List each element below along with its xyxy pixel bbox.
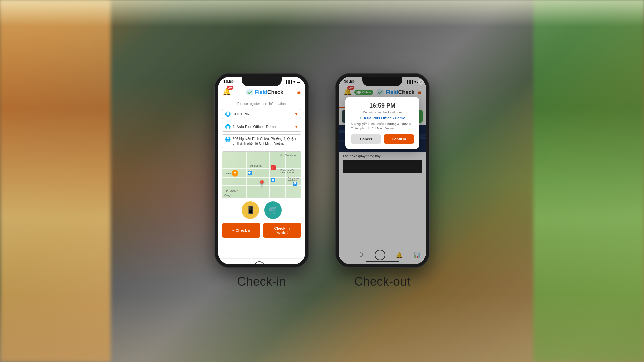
wifi-icon-checkin: ▾: [293, 80, 295, 84]
checkin-buttons-row: → Check-in Check-in(No visit): [222, 223, 301, 238]
checkin-screen-content: Please register store information 🌐 SHOP…: [218, 99, 305, 264]
address-box: 🌐 506 Nguyễn Đình Chiểu, Phường 4, Quận …: [222, 134, 301, 148]
checkout-label: Check-out: [354, 275, 411, 289]
map-marker-b2: 🅑: [271, 178, 275, 182]
checkin-label: Check-in: [237, 275, 286, 289]
globe-icon-1: 🌐: [225, 111, 231, 117]
map-question-marker: ?: [232, 170, 238, 177]
globe-icon-2: 🌐: [225, 124, 231, 129]
road-h1: [222, 168, 301, 169]
checkout-modal: ✕ 16:59 PM Confirm store check-out from …: [345, 97, 419, 149]
google-label: Google: [224, 194, 232, 196]
dropdown-store-text: 1. Asia Plus Office - Demo: [233, 125, 292, 129]
selfie-icons-row: 📱 🛒: [222, 201, 301, 219]
badge-count-checkin: 99+: [227, 86, 233, 90]
checkin-screen: 16:59 ▐▐▐ ▾ ▬ 🔔 99+: [218, 77, 305, 264]
modal-address: 506 Nguyễn Đình Chiểu, Phường 4, Quận 3,…: [351, 122, 414, 130]
road-v1: [246, 152, 247, 198]
nav-bell-checkin[interactable]: 🔔: [275, 264, 282, 265]
map-label-hosp: Benh vien DaLieu TP.HCM: [280, 169, 294, 174]
checkout-iphone: 16:59 ▐▐▐ ▾ ▬ 🔔 99+: [335, 73, 429, 268]
dropdown-arrow-2: ▼: [294, 124, 298, 129]
road-v2: [269, 152, 270, 198]
checkout-screen: 16:59 ▐▐▐ ▾ ▬ 🔔 99+: [339, 77, 426, 264]
nav-list-checkin[interactable]: ≡: [223, 264, 226, 264]
map-label-2: Dinh Doc L: [250, 165, 262, 167]
checkout-modal-overlay: ✕ 16:59 PM Confirm store check-out from …: [339, 77, 426, 264]
nav-clock-checkin[interactable]: ⏱: [237, 264, 243, 264]
modal-subtitle: Confirm store check-out from: [351, 111, 414, 114]
battery-icon-checkin: ▬: [297, 80, 300, 84]
map-label-phuong: PHUONG 4: [226, 190, 239, 192]
checkin-no-visit-button[interactable]: Check-in(No visit): [263, 223, 301, 238]
nav-chart-checkin[interactable]: 📊: [293, 264, 300, 265]
checkin-nv-label: Check-in(No visit): [274, 226, 290, 234]
register-text: Please register store information: [222, 102, 301, 106]
map-pin: 📍: [258, 180, 266, 188]
notification-bell-checkin[interactable]: 🔔 99+: [223, 87, 232, 97]
checkin-main-content: Please register store information 🌐 SHOP…: [218, 99, 305, 258]
checkin-iphone: 16:59 ▐▐▐ ▾ ▬ 🔔 99+: [215, 73, 309, 268]
dropdown-store[interactable]: 🌐 1. Asia Plus Office - Demo ▼: [222, 122, 301, 132]
dropdown-arrow-1: ▼: [294, 112, 298, 116]
checkin-phone-wrapper: 16:59 ▐▐▐ ▾ ▬ 🔔 99+: [215, 73, 309, 289]
app-header-checkin: 🔔 99+ FieldCheck ≡: [218, 85, 305, 99]
app-logo-text-checkin: FieldCheck: [255, 89, 283, 95]
signal-icon-checkin: ▐▐▐: [285, 80, 292, 84]
map-bg: tich Chien tranh Dinh Doc L n Binh Dan B…: [222, 152, 301, 198]
fieldcheck-logo-icon-checkin: [246, 88, 253, 96]
bottom-nav-checkin: ≡ ⏱ + 🔔 📊: [218, 258, 305, 264]
selfie-camera-icon[interactable]: 📱: [241, 201, 259, 219]
status-icons-checkin: ▐▐▐ ▾ ▬: [285, 80, 300, 84]
modal-time: 16:59 PM: [351, 102, 414, 109]
app-logo-checkin: FieldCheck: [246, 88, 283, 96]
address-text: 506 Nguyễn Đình Chiểu, Phường 4, Quận 3,…: [233, 137, 298, 146]
modal-confirm-button[interactable]: Confirm: [384, 134, 414, 144]
dropdown-category-text: SHOPPING: [233, 112, 292, 116]
map-container-checkin: tich Chien tranh Dinh Doc L n Binh Dan B…: [222, 151, 301, 198]
map-marker-b3: 🅑: [293, 182, 297, 186]
modal-store-name: 1. Asia Plus Office - Demo: [351, 116, 414, 120]
modal-cancel-button[interactable]: Cancel: [351, 134, 381, 144]
modal-close-button[interactable]: ✕: [418, 79, 423, 85]
checkout-phone-wrapper: 16:59 ▐▐▐ ▾ ▬ 🔔 99+: [335, 73, 429, 289]
map-label-park: Cong vienTao Dan: [288, 177, 299, 182]
selfie-food-icon[interactable]: 🛒: [264, 201, 282, 219]
nav-plus-checkin[interactable]: +: [254, 261, 265, 264]
hospital-marker: H: [271, 165, 276, 170]
globe-icon-3: 🌐: [225, 137, 231, 142]
road-v3: [285, 152, 286, 198]
map-marker-b1: 🅑: [248, 171, 252, 175]
map-label-1: tich Chien tranh: [280, 154, 297, 156]
dropdown-category[interactable]: 🌐 SHOPPING ▼: [222, 109, 301, 119]
time-checkin: 16:59: [223, 79, 234, 84]
modal-buttons: Cancel Confirm: [351, 134, 414, 144]
notch-checkin: [241, 77, 282, 86]
checkin-button[interactable]: → Check-in: [222, 223, 260, 238]
hamburger-menu-checkin[interactable]: ≡: [297, 89, 301, 96]
